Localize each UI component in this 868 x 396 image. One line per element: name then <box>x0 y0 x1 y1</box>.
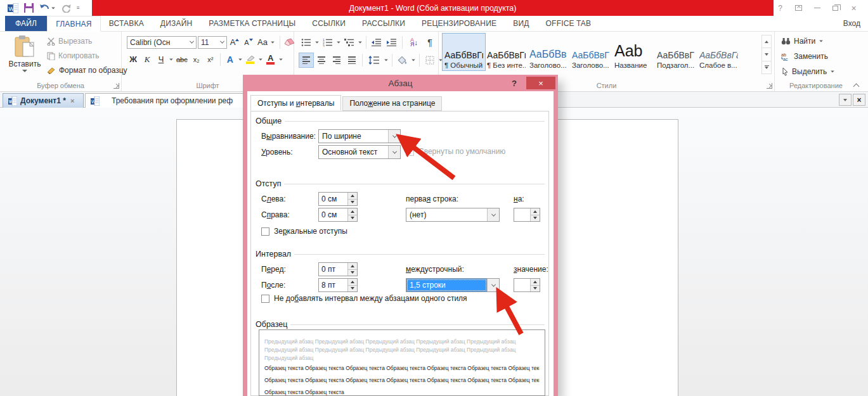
tab-design[interactable]: ДИЗАЙН <box>152 16 201 31</box>
outline-level-dropdown-icon[interactable] <box>388 146 400 158</box>
spinner-arrows[interactable] <box>530 279 540 291</box>
ribbon-display-options-icon[interactable] <box>792 3 805 14</box>
font-color-button[interactable]: А <box>264 53 277 66</box>
spinner-arrows[interactable] <box>347 208 357 221</box>
format-painter-button[interactable]: Формат по образцу <box>47 66 127 75</box>
style-subtle-emphasis[interactable]: АаБбВвГа Слабое в... <box>697 34 740 70</box>
styles-gallery-more-icon[interactable] <box>762 61 771 73</box>
clipboard-dialog-launcher-icon[interactable] <box>113 83 119 89</box>
redo-icon[interactable] <box>62 4 71 13</box>
dialog-help-button[interactable]: ? <box>507 77 521 89</box>
style-subtitle[interactable]: АаБбВвГ Подзагол... <box>655 34 697 70</box>
font-family-dropdown-icon[interactable] <box>187 37 196 48</box>
borders-icon[interactable] <box>423 53 437 67</box>
find-button[interactable]: Найти <box>781 37 824 46</box>
style-no-spacing[interactable]: АаБбВвГг, ¶ Без инте... <box>485 34 528 70</box>
font-family-combo[interactable]: Calibri (Осн <box>127 36 197 49</box>
text-effects-button[interactable]: А <box>224 53 236 66</box>
checkbox-icon[interactable] <box>261 295 269 303</box>
line-spacing-combo[interactable]: 1,5 строки <box>406 278 500 292</box>
line-spacing-dropdown-caret[interactable] <box>384 60 388 61</box>
numbering-icon[interactable]: 123 <box>321 35 335 49</box>
line-spacing-button[interactable] <box>366 53 382 67</box>
close-icon[interactable]: × <box>847 3 860 14</box>
increase-indent-icon[interactable] <box>385 35 399 49</box>
tab-home[interactable]: ГЛАВНАЯ <box>47 16 100 32</box>
decrease-indent-icon[interactable] <box>370 35 384 49</box>
tab-insert[interactable]: ВСТАВКА <box>101 16 152 31</box>
indent-by-spinner[interactable] <box>514 208 540 222</box>
tab-bar-close-button[interactable]: × <box>853 94 865 106</box>
doc-tab-document1[interactable]: W Документ1 * × <box>3 93 84 108</box>
undo-dropdown-caret[interactable] <box>51 7 55 9</box>
sort-icon[interactable]: АЯ↓ <box>406 35 422 49</box>
collapse-ribbon-icon[interactable] <box>854 82 859 87</box>
bullets-dropdown-caret[interactable] <box>315 42 319 44</box>
font-size-dropdown-icon[interactable] <box>217 37 226 48</box>
undo-button[interactable] <box>39 4 56 12</box>
style-heading2[interactable]: АаБбВвГ Заголово... <box>570 34 612 70</box>
copy-button[interactable]: Копировать <box>47 51 100 60</box>
styles-scroll-down-icon[interactable] <box>762 48 771 61</box>
align-center-button[interactable] <box>314 53 328 67</box>
tab-references[interactable]: ССЫЛКИ <box>304 16 354 31</box>
spinner-arrows[interactable] <box>347 279 357 291</box>
select-button[interactable]: Выделить <box>781 67 835 76</box>
grow-font-button[interactable]: A <box>228 35 241 49</box>
tab-office-tab[interactable]: OFFICE TAB <box>538 16 600 31</box>
sign-in-link[interactable]: Вход <box>843 19 860 28</box>
spinner-arrows[interactable] <box>530 208 540 221</box>
save-icon[interactable] <box>24 3 34 13</box>
underline-button[interactable]: Ч <box>155 53 167 66</box>
tab-page-layout[interactable]: РАЗМЕТКА СТРАНИЦЫ <box>200 16 304 31</box>
italic-button[interactable]: К <box>141 53 153 66</box>
shrink-font-button[interactable]: A <box>242 35 255 49</box>
shading-bucket-icon[interactable] <box>396 53 410 67</box>
style-title[interactable]: Aab Название <box>612 34 655 70</box>
dialog-tab-line-page-breaks[interactable]: Положение на странице <box>342 96 442 111</box>
tab-review[interactable]: РЕЦЕНЗИРОВАНИЕ <box>413 16 505 31</box>
first-line-combo[interactable]: (нет) <box>406 208 500 222</box>
checkbox-icon[interactable] <box>261 227 269 236</box>
strikethrough-button[interactable]: abc <box>175 53 189 66</box>
clear-formatting-eraser-icon[interactable] <box>283 38 295 47</box>
first-line-dropdown-icon[interactable] <box>487 208 499 221</box>
styles-scroll-up-icon[interactable] <box>762 35 771 48</box>
paste-dropdown-caret[interactable] <box>22 70 27 72</box>
replace-button[interactable]: abac Заменить <box>781 52 828 61</box>
tab-file[interactable]: ФАЙЛ <box>5 16 47 31</box>
indent-right-spinner[interactable]: 0 см <box>318 208 358 222</box>
spinner-arrows[interactable] <box>347 193 357 205</box>
paste-button[interactable]: Вставить <box>6 35 43 82</box>
tab-view[interactable]: ВИД <box>505 16 537 31</box>
font-color-dropdown-caret[interactable] <box>279 58 283 60</box>
underline-dropdown-caret[interactable] <box>169 58 173 60</box>
align-left-button[interactable] <box>299 53 313 67</box>
spinner-arrows[interactable] <box>347 263 357 276</box>
highlight-color-button[interactable] <box>244 53 257 66</box>
numbering-dropdown-caret[interactable] <box>337 42 340 44</box>
text-effects-dropdown-caret[interactable] <box>238 58 242 60</box>
styles-dialog-launcher-icon[interactable] <box>767 83 772 89</box>
restore-icon[interactable] <box>829 3 842 14</box>
align-right-button[interactable] <box>330 53 344 67</box>
justify-button[interactable] <box>345 53 359 67</box>
tab-mailings[interactable]: РАССЫЛКИ <box>354 16 413 31</box>
mirror-indents-checkbox[interactable]: Зеркальные отступы <box>261 227 347 236</box>
tab-bar-dropdown-button[interactable] <box>839 94 852 106</box>
no-space-between-same-style-checkbox[interactable]: Не добавлять интервал между абзацами одн… <box>261 294 467 303</box>
style-normal[interactable]: АаБбВвГг, ¶ Обычный <box>443 34 485 70</box>
line-spacing-dropdown-icon[interactable] <box>487 279 499 291</box>
doc-tab-requirements[interactable]: W Требования при оформлении реф <box>85 93 269 108</box>
select-dropdown-caret[interactable] <box>831 71 835 73</box>
doc-tab-close-icon[interactable]: × <box>70 97 74 105</box>
minimize-icon[interactable] <box>810 3 824 14</box>
find-dropdown-caret[interactable] <box>819 41 823 42</box>
font-size-combo[interactable]: 11 <box>198 36 227 49</box>
change-case-button[interactable]: Aa <box>256 35 276 49</box>
show-marks-pilcrow-icon[interactable]: ¶ <box>424 36 436 49</box>
customize-qat-icon[interactable]: ≡ <box>77 5 80 11</box>
alignment-combo[interactable]: По ширине <box>318 129 401 143</box>
bullets-icon[interactable] <box>299 35 313 49</box>
multilevel-dropdown-caret[interactable] <box>358 42 362 44</box>
